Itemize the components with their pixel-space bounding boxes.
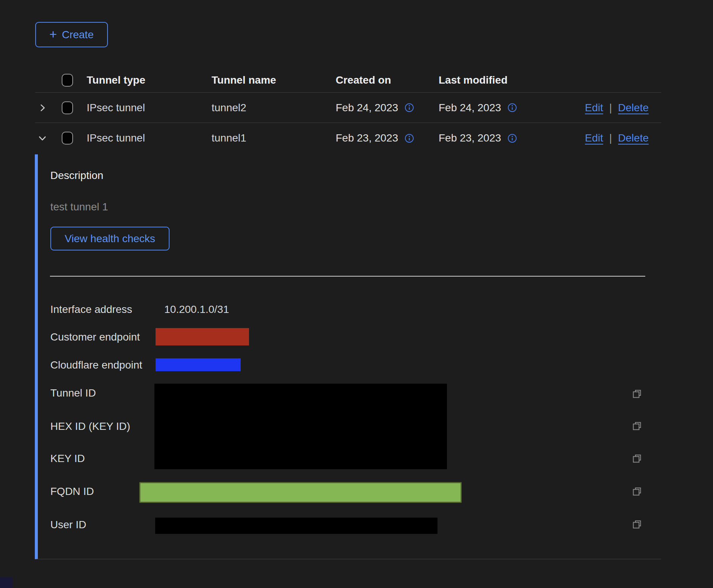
action-separator: |: [609, 102, 612, 114]
tunnel-details-panel: Description test tunnel 1 View health ch…: [35, 154, 661, 559]
delete-link[interactable]: Delete: [618, 102, 649, 114]
plus-icon: +: [50, 29, 57, 39]
tunnels-table: Tunnel type Tunnel name Created on Last …: [35, 68, 661, 153]
header-tunnel-type: Tunnel type: [87, 74, 212, 86]
tunnel-type-cell: IPsec tunnel: [87, 132, 212, 144]
table-row: IPsec tunnel tunnel2 Feb 24, 2023 Feb 24…: [35, 93, 661, 123]
copy-fqdn-id-button[interactable]: [632, 487, 642, 496]
description-value: test tunnel 1: [50, 201, 108, 213]
table-row: IPsec tunnel tunnel1 Feb 23, 2023 Feb 23…: [35, 123, 661, 153]
cloudflare-endpoint-label: Cloudflare endpoint: [50, 360, 142, 370]
edit-link[interactable]: Edit: [585, 102, 603, 114]
info-icon[interactable]: [405, 103, 414, 112]
last-modified-cell: Feb 23, 2023: [439, 132, 501, 144]
create-button-label: Create: [62, 29, 93, 41]
header-created-on: Created on: [336, 74, 439, 86]
copy-tunnel-id-button[interactable]: [632, 389, 642, 399]
info-icon[interactable]: [508, 134, 517, 143]
copy-user-id-button[interactable]: [632, 520, 642, 529]
description-label: Description: [50, 170, 103, 182]
info-icon[interactable]: [508, 103, 517, 112]
user-id-redacted-value: [155, 518, 437, 534]
customer-endpoint-label: Customer endpoint: [50, 332, 140, 342]
create-button[interactable]: + Create: [35, 22, 108, 47]
table-header-row: Tunnel type Tunnel name Created on Last …: [35, 68, 661, 93]
customer-endpoint-redacted-value: [156, 328, 249, 345]
info-icon[interactable]: [405, 134, 414, 143]
copy-key-id-button[interactable]: [632, 454, 642, 464]
created-on-cell: Feb 23, 2023: [336, 132, 398, 144]
user-id-label: User ID: [50, 520, 86, 530]
created-on-cell: Feb 24, 2023: [336, 102, 398, 114]
bottom-left-scroll-accent: [0, 577, 13, 588]
key-id-label: KEY ID: [50, 453, 85, 464]
delete-link[interactable]: Delete: [618, 132, 649, 144]
tunnel-name-cell: tunnel2: [212, 102, 336, 114]
chevron-down-icon[interactable]: [37, 133, 47, 143]
action-separator: |: [609, 132, 612, 144]
tunnel-name-cell: tunnel1: [212, 132, 336, 144]
copy-hex-id-button[interactable]: [632, 421, 642, 431]
tunnel-type-cell: IPsec tunnel: [87, 102, 212, 114]
row-checkbox[interactable]: [62, 101, 73, 114]
hex-id-label: HEX ID (KEY ID): [50, 421, 130, 432]
last-modified-cell: Feb 24, 2023: [439, 102, 501, 114]
chevron-right-icon[interactable]: [37, 103, 47, 113]
interface-address-value: 10.200.1.0/31: [164, 304, 229, 315]
select-all-checkbox[interactable]: [62, 74, 73, 87]
row-checkbox[interactable]: [62, 132, 73, 145]
cloudflare-endpoint-redacted-value: [156, 358, 241, 371]
header-tunnel-name: Tunnel name: [212, 74, 336, 86]
interface-address-label: Interface address: [50, 304, 132, 315]
fqdn-id-label: FQDN ID: [50, 486, 94, 497]
header-last-modified: Last modified: [439, 74, 551, 86]
view-health-checks-button[interactable]: View health checks: [50, 227, 170, 250]
ids-redacted-value: [154, 384, 447, 469]
panel-divider: [50, 276, 645, 277]
ipsec-tunnels-page: + Create Tunnel type Tunnel name Created…: [0, 0, 713, 588]
tunnel-id-label: Tunnel ID: [50, 388, 96, 398]
fqdn-id-redacted-value: [139, 482, 462, 503]
edit-link[interactable]: Edit: [585, 132, 603, 144]
